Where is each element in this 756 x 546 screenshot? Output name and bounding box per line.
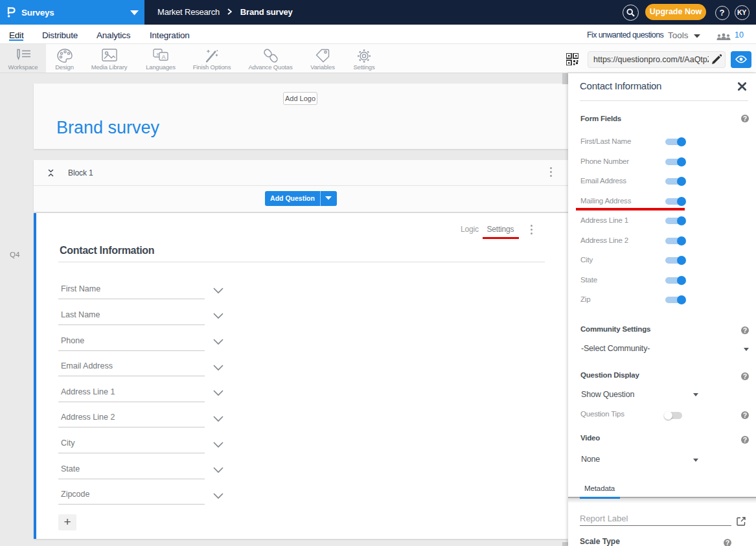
svg-text:x: x — [157, 51, 159, 57]
svg-text:A: A — [162, 54, 166, 60]
